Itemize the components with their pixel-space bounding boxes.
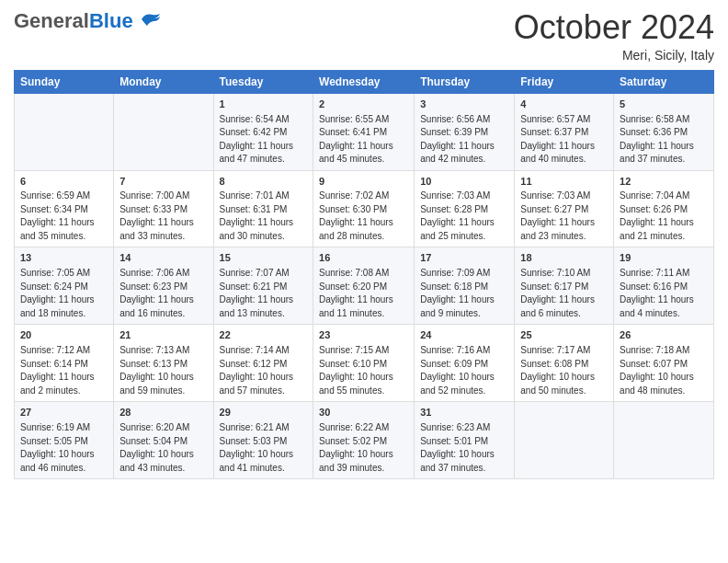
calendar-cell: 13Sunrise: 7:05 AM Sunset: 6:24 PM Dayli… — [15, 247, 114, 325]
calendar-cell: 3Sunrise: 6:56 AM Sunset: 6:39 PM Daylig… — [415, 93, 515, 170]
day-content: Sunrise: 7:13 AM Sunset: 6:13 PM Dayligh… — [119, 344, 207, 397]
calendar-cell: 17Sunrise: 7:09 AM Sunset: 6:18 PM Dayli… — [415, 247, 515, 325]
calendar-cell: 30Sunrise: 6:22 AM Sunset: 5:02 PM Dayli… — [313, 402, 415, 479]
day-number: 14 — [119, 251, 207, 266]
calendar-cell: 28Sunrise: 6:20 AM Sunset: 5:04 PM Dayli… — [114, 402, 213, 479]
day-number: 25 — [520, 328, 608, 343]
day-number: 30 — [319, 406, 408, 420]
calendar-cell: 29Sunrise: 6:21 AM Sunset: 5:03 PM Dayli… — [213, 402, 313, 479]
day-number: 1 — [220, 98, 308, 112]
col-tuesday: Tuesday — [213, 70, 313, 93]
header-row: Sunday Monday Tuesday Wednesday Thursday… — [15, 70, 714, 93]
calendar-week-row: 27Sunrise: 6:19 AM Sunset: 5:05 PM Dayli… — [15, 402, 714, 479]
calendar-week-row: 1Sunrise: 6:54 AM Sunset: 6:42 PM Daylig… — [15, 93, 714, 170]
day-content: Sunrise: 6:22 AM Sunset: 5:02 PM Dayligh… — [319, 421, 408, 475]
day-content: Sunrise: 6:59 AM Sunset: 6:34 PM Dayligh… — [20, 190, 108, 243]
col-sunday: Sunday — [15, 70, 114, 93]
day-number: 29 — [220, 406, 308, 420]
location: Meri, Sicily, Italy — [514, 48, 714, 63]
day-number: 13 — [20, 251, 108, 266]
day-number: 8 — [220, 175, 308, 190]
day-content: Sunrise: 6:56 AM Sunset: 6:39 PM Dayligh… — [420, 113, 508, 167]
day-content: Sunrise: 7:17 AM Sunset: 6:08 PM Dayligh… — [520, 344, 608, 397]
day-content: Sunrise: 7:10 AM Sunset: 6:17 PM Dayligh… — [520, 267, 608, 320]
day-number: 15 — [220, 251, 308, 266]
day-content: Sunrise: 6:19 AM Sunset: 5:05 PM Dayligh… — [20, 421, 108, 475]
calendar-cell — [114, 93, 213, 170]
col-friday: Friday — [515, 70, 614, 93]
calendar-cell: 31Sunrise: 6:23 AM Sunset: 5:01 PM Dayli… — [415, 402, 515, 479]
header: General Blue October 2024 Meri, Sicily, … — [14, 9, 714, 63]
calendar-cell: 12Sunrise: 7:04 AM Sunset: 6:26 PM Dayli… — [614, 170, 714, 247]
calendar-cell: 25Sunrise: 7:17 AM Sunset: 6:08 PM Dayli… — [515, 325, 614, 402]
calendar-cell — [614, 402, 714, 479]
calendar-cell: 2Sunrise: 6:55 AM Sunset: 6:41 PM Daylig… — [313, 93, 415, 170]
calendar-cell: 20Sunrise: 7:12 AM Sunset: 6:14 PM Dayli… — [15, 325, 114, 402]
logo: General Blue — [14, 9, 162, 33]
calendar-cell: 14Sunrise: 7:06 AM Sunset: 6:23 PM Dayli… — [114, 247, 213, 325]
day-number: 10 — [420, 175, 508, 190]
day-content: Sunrise: 6:21 AM Sunset: 5:03 PM Dayligh… — [220, 421, 308, 475]
day-number: 20 — [20, 328, 108, 343]
day-number: 3 — [420, 98, 508, 112]
calendar-week-row: 13Sunrise: 7:05 AM Sunset: 6:24 PM Dayli… — [15, 247, 714, 325]
day-content: Sunrise: 7:15 AM Sunset: 6:10 PM Dayligh… — [319, 344, 408, 397]
calendar-cell: 18Sunrise: 7:10 AM Sunset: 6:17 PM Dayli… — [515, 247, 614, 325]
logo-blue-text: Blue — [89, 9, 133, 33]
day-number: 5 — [620, 98, 708, 112]
logo-bird-icon — [136, 11, 162, 31]
day-number: 23 — [319, 328, 408, 343]
calendar-cell: 21Sunrise: 7:13 AM Sunset: 6:13 PM Dayli… — [114, 325, 213, 402]
calendar-cell: 22Sunrise: 7:14 AM Sunset: 6:12 PM Dayli… — [213, 325, 313, 402]
day-content: Sunrise: 7:01 AM Sunset: 6:31 PM Dayligh… — [220, 190, 308, 243]
calendar-cell: 19Sunrise: 7:11 AM Sunset: 6:16 PM Dayli… — [614, 247, 714, 325]
calendar-cell: 27Sunrise: 6:19 AM Sunset: 5:05 PM Dayli… — [15, 402, 114, 479]
calendar-cell: 8Sunrise: 7:01 AM Sunset: 6:31 PM Daylig… — [213, 170, 313, 247]
page-container: General Blue October 2024 Meri, Sicily, … — [0, 0, 728, 493]
day-content: Sunrise: 6:55 AM Sunset: 6:41 PM Dayligh… — [319, 113, 408, 167]
calendar-cell: 6Sunrise: 6:59 AM Sunset: 6:34 PM Daylig… — [15, 170, 114, 247]
day-number: 12 — [620, 175, 708, 190]
col-wednesday: Wednesday — [313, 70, 415, 93]
title-area: October 2024 Meri, Sicily, Italy — [514, 9, 714, 63]
calendar-week-row: 6Sunrise: 6:59 AM Sunset: 6:34 PM Daylig… — [15, 170, 714, 247]
day-content: Sunrise: 6:23 AM Sunset: 5:01 PM Dayligh… — [420, 421, 508, 475]
day-content: Sunrise: 6:58 AM Sunset: 6:36 PM Dayligh… — [620, 113, 708, 167]
calendar-cell: 15Sunrise: 7:07 AM Sunset: 6:21 PM Dayli… — [213, 247, 313, 325]
day-content: Sunrise: 7:00 AM Sunset: 6:33 PM Dayligh… — [119, 190, 207, 243]
calendar-cell: 1Sunrise: 6:54 AM Sunset: 6:42 PM Daylig… — [213, 93, 313, 170]
calendar-week-row: 20Sunrise: 7:12 AM Sunset: 6:14 PM Dayli… — [15, 325, 714, 402]
day-content: Sunrise: 7:12 AM Sunset: 6:14 PM Dayligh… — [20, 344, 108, 397]
calendar-table: Sunday Monday Tuesday Wednesday Thursday… — [14, 70, 714, 480]
day-content: Sunrise: 7:14 AM Sunset: 6:12 PM Dayligh… — [220, 344, 308, 397]
day-content: Sunrise: 6:54 AM Sunset: 6:42 PM Dayligh… — [220, 113, 308, 167]
day-content: Sunrise: 7:04 AM Sunset: 6:26 PM Dayligh… — [620, 190, 708, 243]
day-content: Sunrise: 7:05 AM Sunset: 6:24 PM Dayligh… — [20, 267, 108, 320]
calendar-cell: 9Sunrise: 7:02 AM Sunset: 6:30 PM Daylig… — [313, 170, 415, 247]
calendar-cell — [15, 93, 114, 170]
day-content: Sunrise: 6:57 AM Sunset: 6:37 PM Dayligh… — [520, 113, 608, 167]
day-number: 27 — [20, 406, 108, 420]
day-number: 11 — [520, 175, 608, 190]
calendar-cell: 4Sunrise: 6:57 AM Sunset: 6:37 PM Daylig… — [515, 93, 614, 170]
col-saturday: Saturday — [614, 70, 714, 93]
day-content: Sunrise: 7:03 AM Sunset: 6:27 PM Dayligh… — [520, 190, 608, 243]
calendar-cell: 16Sunrise: 7:08 AM Sunset: 6:20 PM Dayli… — [313, 247, 415, 325]
col-monday: Monday — [114, 70, 213, 93]
month-title: October 2024 — [514, 9, 714, 46]
day-content: Sunrise: 7:16 AM Sunset: 6:09 PM Dayligh… — [420, 344, 508, 397]
day-number: 19 — [620, 251, 708, 266]
day-content: Sunrise: 7:06 AM Sunset: 6:23 PM Dayligh… — [119, 267, 207, 320]
calendar-cell: 7Sunrise: 7:00 AM Sunset: 6:33 PM Daylig… — [114, 170, 213, 247]
day-number: 9 — [319, 175, 408, 190]
day-number: 16 — [319, 251, 408, 266]
day-number: 22 — [220, 328, 308, 343]
day-number: 21 — [119, 328, 207, 343]
col-thursday: Thursday — [415, 70, 515, 93]
calendar-cell: 10Sunrise: 7:03 AM Sunset: 6:28 PM Dayli… — [415, 170, 515, 247]
logo-general-text: General — [14, 9, 89, 33]
calendar-cell: 11Sunrise: 7:03 AM Sunset: 6:27 PM Dayli… — [515, 170, 614, 247]
day-number: 17 — [420, 251, 508, 266]
day-content: Sunrise: 7:03 AM Sunset: 6:28 PM Dayligh… — [420, 190, 508, 243]
day-content: Sunrise: 7:02 AM Sunset: 6:30 PM Dayligh… — [319, 190, 408, 243]
